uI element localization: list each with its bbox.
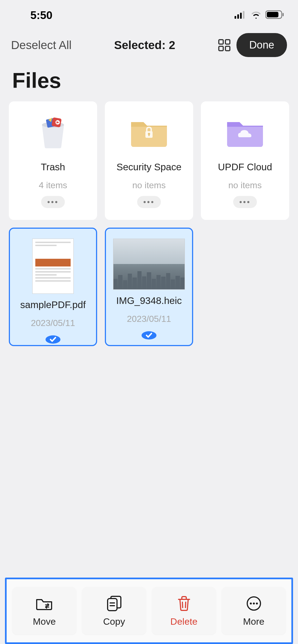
more-label: More xyxy=(243,616,264,627)
svg-rect-0 xyxy=(235,16,236,19)
wifi-icon xyxy=(251,10,262,20)
selected-check-icon xyxy=(46,335,60,344)
svg-rect-1 xyxy=(237,14,239,19)
svg-rect-17 xyxy=(148,134,150,136)
cellular-signal-icon xyxy=(235,10,247,20)
selection-toolbar: Deselect All Selected: 2 Done xyxy=(0,28,298,63)
folder-name: Trash xyxy=(41,161,65,173)
folder-meta: 4 items xyxy=(39,180,67,190)
svg-rect-3 xyxy=(243,11,244,19)
file-name: IMG_9348.heic xyxy=(116,295,182,306)
more-options-button[interactable]: ••• xyxy=(41,196,65,208)
svg-rect-7 xyxy=(219,40,223,44)
page-title: Files xyxy=(0,63,298,101)
folder-name: Security Space xyxy=(116,161,181,173)
svg-rect-6 xyxy=(283,13,284,16)
svg-rect-9 xyxy=(219,46,223,51)
trash-folder-icon xyxy=(35,112,71,151)
security-folder-icon xyxy=(128,112,170,151)
copy-label: Copy xyxy=(103,616,125,627)
status-time: 5:50 xyxy=(30,9,52,21)
copy-icon xyxy=(107,596,122,611)
action-bar: Move Copy xyxy=(12,587,286,635)
selected-check-icon xyxy=(142,331,156,339)
svg-line-21 xyxy=(182,602,183,608)
svg-point-26 xyxy=(256,603,258,605)
file-name: samplePDF.pdf xyxy=(20,299,86,310)
delete-label: Delete xyxy=(170,616,197,627)
cloud-folder-icon xyxy=(224,112,266,151)
svg-point-24 xyxy=(250,603,252,605)
more-options-button[interactable]: ••• xyxy=(137,196,161,208)
delete-trash-icon xyxy=(177,596,191,611)
status-icons xyxy=(235,10,284,20)
battery-icon xyxy=(265,10,284,20)
file-grid: Trash 4 items ••• Security Space no item… xyxy=(0,101,298,346)
folder-security-space[interactable]: Security Space no items ••• xyxy=(105,101,193,220)
file-img9348[interactable]: IMG_9348.heic 2023/05/11 xyxy=(105,228,193,346)
more-options-button[interactable]: ••• xyxy=(233,196,257,208)
delete-button[interactable]: Delete xyxy=(152,587,216,635)
folder-name: UPDF Cloud xyxy=(218,161,272,173)
folder-updf-cloud[interactable]: UPDF Cloud no items ••• xyxy=(201,101,289,220)
more-button[interactable]: More xyxy=(222,587,286,635)
pdf-thumbnail xyxy=(32,239,74,294)
copy-button[interactable]: Copy xyxy=(82,587,146,635)
folder-meta: no items xyxy=(132,180,166,190)
done-button[interactable]: Done xyxy=(236,33,287,57)
move-label: Move xyxy=(33,616,56,627)
status-bar: 5:50 xyxy=(0,0,298,28)
svg-line-22 xyxy=(185,602,186,608)
svg-rect-10 xyxy=(225,46,230,51)
folder-meta: no items xyxy=(228,180,262,190)
folder-trash[interactable]: Trash 4 items ••• xyxy=(9,101,97,220)
svg-rect-5 xyxy=(267,12,278,17)
svg-rect-8 xyxy=(225,40,230,44)
more-circle-icon xyxy=(246,596,262,611)
grid-view-button[interactable] xyxy=(218,39,231,52)
action-bar-highlight: Move Copy xyxy=(5,578,293,644)
file-date: 2023/05/11 xyxy=(31,318,75,328)
svg-rect-2 xyxy=(240,13,242,19)
file-samplepdf[interactable]: samplePDF.pdf 2023/05/11 xyxy=(9,228,97,346)
deselect-all-button[interactable]: Deselect All xyxy=(11,39,71,52)
svg-point-25 xyxy=(253,603,255,605)
svg-rect-18 xyxy=(108,599,117,611)
selection-count-label: Selected: 2 xyxy=(77,39,212,52)
file-date: 2023/05/11 xyxy=(127,314,171,324)
move-button[interactable]: Move xyxy=(12,587,76,635)
move-folder-icon xyxy=(36,596,53,611)
image-thumbnail xyxy=(113,239,185,290)
